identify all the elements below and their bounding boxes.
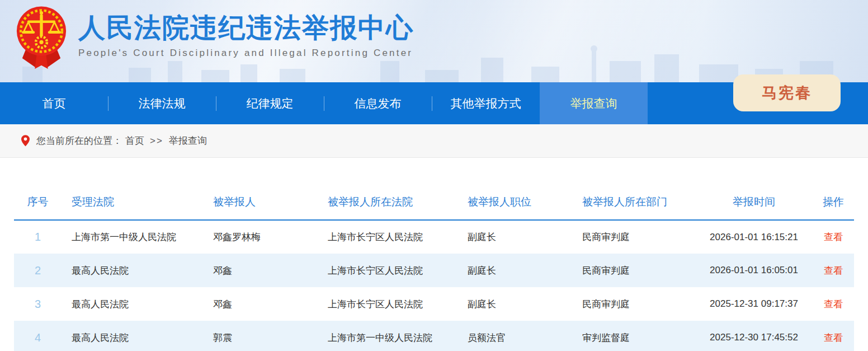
table-row: 3 最高人民法院 邓鑫 上海市长宁区人民法院 副庭长 民商审判庭 2025-12… — [14, 287, 854, 321]
col-header-position: 被举报人职位 — [457, 186, 572, 220]
user-name-badge[interactable]: 马宪春 — [733, 74, 841, 111]
cell-position: 员额法官 — [457, 321, 572, 351]
cell-position: 副庭长 — [457, 220, 572, 254]
col-header-reported-court: 被举报人所在法院 — [318, 186, 457, 220]
breadcrumb: 您当前所在的位置： 首页 >> 举报查询 — [0, 124, 868, 158]
breadcrumb-separator: >> — [150, 135, 163, 147]
nav-item-report-query[interactable]: 举报查询 — [540, 82, 648, 124]
cell-department: 民商审判庭 — [572, 220, 695, 254]
nav-item-other-report-methods[interactable]: 其他举报方式 — [432, 82, 540, 124]
page-title: 人民法院违纪违法举报中心 — [78, 12, 414, 43]
cell-report-time: 2026-01-01 16:05:01 — [695, 254, 813, 287]
cell-report-time: 2025-12-30 17:45:52 — [695, 321, 813, 351]
cell-department: 民商审判庭 — [572, 254, 695, 287]
nav-item-information[interactable]: 信息发布 — [324, 82, 432, 124]
view-link[interactable]: 查看 — [824, 265, 843, 276]
col-header-reported-person: 被举报人 — [203, 186, 318, 220]
col-header-action: 操作 — [813, 186, 854, 220]
col-header-department: 被举报人所在部门 — [572, 186, 695, 220]
page-subtitle: People's Court Disciplinary and Illegal … — [78, 48, 414, 59]
nav-item-laws[interactable]: 法律法规 — [108, 82, 216, 124]
view-link[interactable]: 查看 — [824, 232, 843, 242]
breadcrumb-home-link[interactable]: 首页 — [125, 134, 144, 147]
court-emblem-logo — [11, 3, 72, 74]
cell-position: 副庭长 — [457, 254, 572, 287]
cell-reported-person: 邓鑫 — [203, 254, 318, 287]
cell-department: 审判监督庭 — [572, 321, 695, 351]
cell-accepting-court: 最高人民法院 — [62, 321, 203, 351]
cell-accepting-court: 上海市第一中级人民法院 — [62, 220, 203, 254]
col-header-accepting-court: 受理法院 — [62, 186, 203, 220]
nav-item-discipline-rules[interactable]: 纪律规定 — [216, 82, 324, 124]
cell-position: 副庭长 — [457, 287, 572, 321]
cell-index: 4 — [14, 321, 62, 351]
cell-report-time: 2025-12-31 09:17:37 — [695, 287, 813, 321]
main-content: 序号 受理法院 被举报人 被举报人所在法院 被举报人职位 被举报人所在部门 举报… — [0, 158, 868, 351]
col-header-index: 序号 — [14, 186, 62, 220]
report-query-table: 序号 受理法院 被举报人 被举报人所在法院 被举报人职位 被举报人所在部门 举报… — [14, 186, 854, 351]
location-pin-icon — [21, 135, 30, 147]
site-header: 人民法院违纪违法举报中心 People's Court Disciplinary… — [0, 0, 868, 82]
cell-reported-person: 郭震 — [203, 321, 318, 351]
cell-accepting-court: 最高人民法院 — [62, 254, 203, 287]
table-row: 1 上海市第一中级人民法院 邓鑫罗林梅 上海市长宁区人民法院 副庭长 民商审判庭… — [14, 220, 854, 254]
cell-index: 2 — [14, 254, 62, 287]
main-nav: 首页 法律法规 纪律规定 信息发布 其他举报方式 举报查询 马宪春 — [0, 82, 868, 124]
table-row: 2 最高人民法院 邓鑫 上海市长宁区人民法院 副庭长 民商审判庭 2026-01… — [14, 254, 854, 287]
table-row: 4 最高人民法院 郭震 上海市第一中级人民法院 员额法官 审判监督庭 2025-… — [14, 321, 854, 351]
breadcrumb-prefix: 您当前所在的位置： — [36, 134, 122, 147]
cell-reported-court: 上海市长宁区人民法院 — [318, 220, 457, 254]
view-link[interactable]: 查看 — [824, 333, 843, 343]
view-link[interactable]: 查看 — [824, 299, 843, 310]
cell-index: 1 — [14, 220, 62, 254]
cell-accepting-court: 最高人民法院 — [62, 287, 203, 321]
col-header-report-time: 举报时间 — [695, 186, 813, 220]
cell-reported-court: 上海市长宁区人民法院 — [318, 254, 457, 287]
cell-reported-person: 邓鑫罗林梅 — [203, 220, 318, 254]
cell-index: 3 — [14, 287, 62, 321]
cell-report-time: 2026-01-01 16:15:21 — [695, 220, 813, 254]
table-header-row: 序号 受理法院 被举报人 被举报人所在法院 被举报人职位 被举报人所在部门 举报… — [14, 186, 854, 220]
cell-department: 民商审判庭 — [572, 287, 695, 321]
cell-reported-person: 邓鑫 — [203, 287, 318, 321]
breadcrumb-current: 举报查询 — [169, 134, 207, 147]
cell-reported-court: 上海市第一中级人民法院 — [318, 321, 457, 351]
cell-reported-court: 上海市长宁区人民法院 — [318, 287, 457, 321]
site-titles: 人民法院违纪违法举报中心 People's Court Disciplinary… — [78, 12, 414, 59]
nav-item-home[interactable]: 首页 — [0, 82, 108, 124]
